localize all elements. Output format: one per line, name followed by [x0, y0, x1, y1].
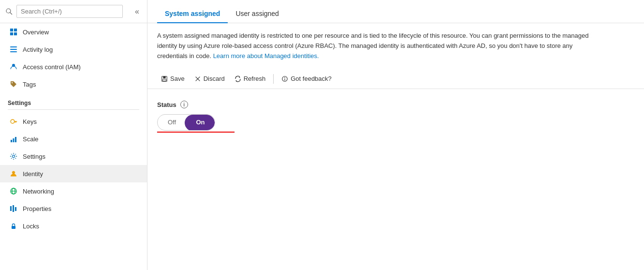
identity-icon — [9, 169, 18, 178]
properties-icon — [9, 204, 18, 213]
svg-rect-29 — [163, 79, 166, 81]
tab-user-assigned[interactable]: User assigned — [228, 5, 287, 23]
scale-icon — [9, 135, 18, 143]
discard-label: Discard — [204, 75, 225, 82]
svg-point-33 — [284, 77, 285, 78]
sidebar-item-access-control[interactable]: Access control (IAM) — [0, 58, 147, 75]
svg-point-18 — [13, 155, 15, 158]
sidebar-item-scale[interactable]: Scale — [0, 130, 147, 148]
feedback-icon — [281, 75, 288, 82]
settings-divider — [8, 109, 139, 110]
save-label: Save — [170, 75, 185, 82]
toggle-underline — [157, 132, 234, 133]
sidebar-item-locks-label: Locks — [23, 223, 39, 230]
svg-rect-26 — [12, 226, 15, 229]
tabs-row: System assigned User assigned — [147, 0, 644, 23]
svg-rect-17 — [15, 137, 16, 142]
sidebar-item-networking[interactable]: Networking — [0, 182, 147, 200]
sidebar-item-overview[interactable]: Overview — [0, 23, 147, 41]
sidebar-item-properties-label: Properties — [23, 205, 51, 212]
toggle-off-option: Off — [158, 114, 186, 131]
sidebar-item-networking-label: Networking — [23, 188, 54, 195]
svg-rect-28 — [163, 76, 165, 78]
search-box: « — [0, 0, 147, 23]
sidebar-item-access-control-label: Access control (IAM) — [23, 63, 81, 71]
svg-line-1 — [10, 13, 12, 15]
sidebar: « Overview Activity log — [0, 0, 147, 270]
toolbar-divider — [273, 74, 274, 84]
tab-system-assigned[interactable]: System assigned — [157, 5, 228, 23]
sidebar-item-overview-label: Overview — [23, 29, 49, 36]
svg-rect-8 — [10, 51, 17, 52]
gear-icon — [9, 152, 18, 161]
sidebar-item-identity[interactable]: Identity — [0, 165, 147, 182]
discard-button[interactable]: Discard — [190, 73, 229, 85]
svg-rect-24 — [13, 205, 14, 212]
svg-rect-15 — [11, 140, 12, 142]
status-info-icon[interactable]: i — [180, 101, 188, 108]
sidebar-item-scale-label: Scale — [23, 135, 39, 143]
svg-rect-16 — [13, 138, 15, 142]
networking-icon — [9, 187, 18, 195]
sidebar-item-tags-label: Tags — [23, 81, 36, 88]
svg-rect-25 — [15, 207, 16, 211]
refresh-button[interactable]: Refresh — [231, 73, 270, 85]
status-section: Status i Off On — [147, 89, 644, 144]
status-text: Status — [157, 101, 176, 108]
svg-rect-3 — [14, 29, 17, 31]
description-text: A system assigned managed identity is re… — [147, 23, 612, 69]
person-icon — [9, 62, 18, 71]
sidebar-item-activity-log[interactable]: Activity log — [0, 41, 147, 58]
sidebar-item-settings-label: Settings — [23, 153, 45, 160]
sidebar-item-properties[interactable]: Properties — [0, 200, 147, 217]
svg-rect-23 — [10, 206, 12, 211]
search-icon — [6, 8, 13, 15]
sidebar-item-activity-log-label: Activity log — [23, 46, 53, 53]
svg-rect-2 — [10, 29, 13, 31]
tag-icon — [9, 80, 18, 89]
collapse-sidebar-button[interactable]: « — [133, 6, 141, 17]
main-content: System assigned User assigned A system a… — [147, 0, 644, 270]
sidebar-item-locks[interactable]: Locks — [0, 217, 147, 235]
svg-rect-4 — [10, 32, 13, 35]
save-icon — [161, 75, 168, 82]
refresh-icon — [234, 75, 241, 82]
svg-point-19 — [12, 171, 15, 174]
discard-icon — [194, 75, 201, 82]
feedback-button[interactable]: Got feedback? — [278, 73, 336, 85]
sidebar-item-keys-label: Keys — [23, 118, 37, 125]
grid-icon — [9, 28, 18, 36]
svg-rect-6 — [10, 46, 17, 47]
svg-rect-5 — [14, 32, 17, 35]
feedback-label: Got feedback? — [291, 75, 332, 82]
sidebar-item-keys[interactable]: Keys — [0, 113, 147, 130]
search-input[interactable] — [16, 5, 123, 18]
refresh-label: Refresh — [244, 75, 266, 82]
lock-icon — [9, 222, 18, 230]
learn-more-link[interactable]: Learn more about Managed identities. — [213, 52, 319, 60]
toggle-on-option: On — [186, 114, 215, 131]
sidebar-item-tags[interactable]: Tags — [0, 75, 147, 93]
toggle-container: Off On — [157, 114, 634, 131]
toolbar: Save Discard Refresh — [147, 69, 644, 89]
svg-point-10 — [12, 82, 13, 83]
sidebar-item-settings[interactable]: Settings — [0, 148, 147, 165]
list-icon — [9, 45, 18, 54]
status-label-row: Status i — [157, 101, 634, 108]
svg-rect-7 — [10, 49, 17, 50]
save-button[interactable]: Save — [157, 73, 189, 85]
svg-point-0 — [6, 9, 11, 13]
settings-section-label: Settings — [0, 93, 147, 109]
svg-point-11 — [11, 120, 15, 123]
status-toggle[interactable]: Off On — [157, 114, 215, 131]
key-icon — [9, 117, 18, 126]
sidebar-item-identity-label: Identity — [23, 170, 43, 178]
